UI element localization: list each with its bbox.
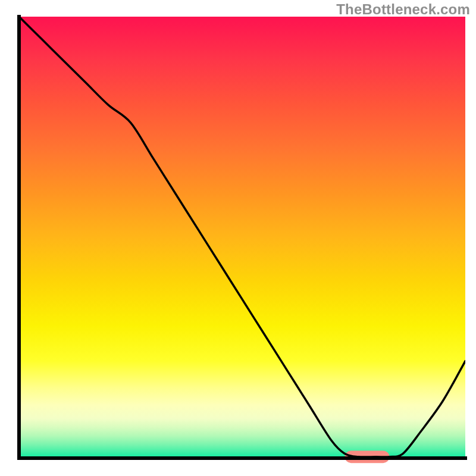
bottleneck-chart <box>0 0 476 476</box>
watermark-text: TheBottleneck.com <box>336 1 470 18</box>
chart-frame: TheBottleneck.com <box>0 0 476 476</box>
